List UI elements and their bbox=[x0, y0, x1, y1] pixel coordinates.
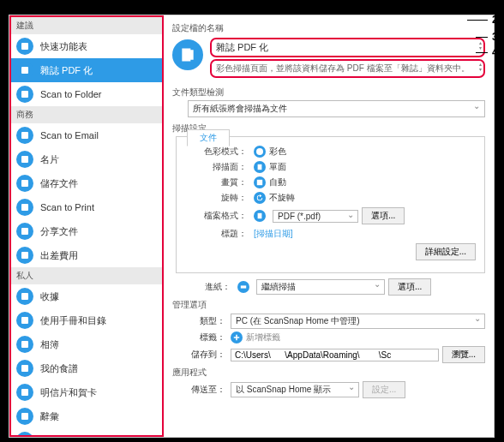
callout-line bbox=[467, 20, 488, 21]
quality-label: 畫質： bbox=[185, 176, 254, 188]
callout-line bbox=[476, 52, 488, 53]
svg-rect-0 bbox=[21, 43, 28, 50]
feed-icon bbox=[237, 281, 249, 293]
svg-rect-13 bbox=[21, 389, 28, 396]
save-label: 儲存到： bbox=[188, 349, 231, 361]
type-label: 類型： bbox=[188, 315, 231, 327]
sidebar-item-label: Scan to Email bbox=[40, 130, 99, 140]
dict-icon bbox=[16, 408, 33, 425]
svg-rect-20 bbox=[241, 285, 246, 288]
sidebar-item-label: 我的食譜 bbox=[40, 362, 78, 375]
app-label: 應用程式 bbox=[172, 367, 485, 379]
type-select[interactable]: PC (在 ScanSnap Home 中管理) bbox=[231, 314, 485, 329]
svg-rect-8 bbox=[21, 252, 28, 259]
sidebar-item[interactable]: 名片 bbox=[11, 147, 162, 171]
sidebar-section-header: 建議 bbox=[11, 17, 162, 34]
tag-label: 標籤： bbox=[188, 332, 231, 343]
svg-rect-6 bbox=[21, 204, 28, 211]
feed-select[interactable]: 繼續掃描 bbox=[256, 279, 385, 295]
sidebar-item[interactable]: 使用手冊和目錄 bbox=[11, 308, 162, 332]
profile-desc-input[interactable]: 彩色掃描頁面，並將該資料儲存為 PDF 檔案至「雜誌」資料夾中。 ▴▾ bbox=[210, 59, 485, 78]
rotate-icon bbox=[254, 192, 266, 204]
callout-3: 3 bbox=[492, 31, 498, 43]
sidebar-section-header: 商務 bbox=[11, 106, 162, 123]
sidebar-section-header: 私人 bbox=[11, 267, 162, 284]
format-label: 檔案格式： bbox=[185, 210, 254, 222]
sidebar-item[interactable]: Scan to Folder bbox=[11, 82, 162, 106]
format-options-button[interactable]: 選項... bbox=[362, 207, 405, 224]
receipt2-icon bbox=[16, 288, 33, 305]
doctype-select[interactable]: 所有紙張將會掃描為文件 bbox=[188, 100, 485, 117]
profile-section-label: 設定檔的名稱 bbox=[172, 22, 485, 34]
tab-document[interactable]: 文件 bbox=[187, 129, 230, 146]
profile-name-input[interactable]: 雜誌 PDF 化 ▴▾ bbox=[210, 38, 485, 57]
sidebar-item[interactable]: 辭彙 bbox=[11, 404, 162, 428]
sidebar-item[interactable]: 相簿 bbox=[11, 332, 162, 356]
format-select[interactable]: PDF (*.pdf) bbox=[273, 210, 358, 223]
send-settings-button: 設定... bbox=[363, 381, 405, 398]
sidebar-item[interactable]: Scan to Email bbox=[11, 123, 162, 147]
manual-icon bbox=[16, 312, 33, 329]
feed-options-button[interactable]: 選項... bbox=[388, 278, 431, 296]
sidebar-item-label: Scan to Folder bbox=[40, 89, 102, 99]
sidebar-item-label: 辭彙 bbox=[40, 410, 59, 423]
svg-rect-5 bbox=[21, 180, 28, 187]
sidebar-item[interactable]: 儲存文件 bbox=[11, 171, 162, 195]
school-icon bbox=[16, 432, 33, 437]
callout-4: 4 bbox=[492, 46, 498, 58]
recipe-icon bbox=[16, 360, 33, 377]
sidebar-item-label: 名片 bbox=[40, 153, 59, 166]
sidebar-item[interactable]: 出差費用 bbox=[11, 243, 162, 267]
sidebar-item[interactable]: 明信片和賀卡 bbox=[11, 380, 162, 404]
tag-text[interactable]: 新增標籤 bbox=[246, 332, 280, 343]
postcard-icon bbox=[16, 384, 33, 401]
sidebar-item-label: Scan to Print bbox=[40, 202, 94, 212]
side-label: 掃描面： bbox=[185, 161, 254, 173]
sidebar-item-label: 學校講義 bbox=[40, 434, 78, 438]
mail-icon bbox=[16, 127, 33, 144]
menu-icon bbox=[16, 38, 33, 55]
sidebar-item[interactable]: 雜誌 PDF 化 bbox=[11, 58, 162, 82]
doctype-label: 文件類型檢測 bbox=[172, 87, 485, 99]
plus-icon[interactable] bbox=[231, 332, 243, 343]
title-link[interactable]: [掃描日期] bbox=[254, 228, 293, 240]
sidebar-item[interactable]: 學校講義 bbox=[11, 428, 162, 437]
svg-rect-9 bbox=[21, 293, 28, 300]
browse-button[interactable]: 瀏覽... bbox=[442, 346, 485, 363]
svg-rect-2 bbox=[21, 91, 28, 98]
callout-line bbox=[92, 0, 93, 15]
svg-rect-12 bbox=[21, 365, 28, 372]
profile-desc-text: 彩色掃描頁面，並將該資料儲存為 PDF 檔案至「雜誌」資料夾中。 bbox=[216, 63, 470, 73]
color-label: 色彩模式： bbox=[185, 146, 254, 158]
sidebar-item[interactable]: 我的食譜 bbox=[11, 356, 162, 380]
svg-rect-7 bbox=[21, 228, 28, 235]
svg-rect-19 bbox=[258, 213, 262, 218]
svg-rect-10 bbox=[21, 317, 28, 324]
album-icon bbox=[16, 336, 33, 353]
profile-name-text: 雜誌 PDF 化 bbox=[216, 42, 268, 52]
sidebar-item[interactable]: 快速功能表 bbox=[11, 34, 162, 58]
sidebar-item-label: 快速功能表 bbox=[40, 40, 87, 53]
sidebar-item-label: 分享文件 bbox=[40, 225, 78, 238]
sidebar-item[interactable]: 收據 bbox=[11, 284, 162, 308]
feed-label: 進紙： bbox=[176, 281, 237, 293]
send-select[interactable]: 以 ScanSnap Home 顯示 bbox=[231, 382, 359, 397]
card-icon bbox=[16, 151, 33, 168]
sidebar: 建議快速功能表雜誌 PDF 化Scan to Folder商務Scan to E… bbox=[9, 15, 164, 437]
share-icon bbox=[16, 223, 33, 240]
main-panel: 設定檔的名稱 雜誌 PDF 化 ▴▾ 彩色掃描頁面，並將該資料儲存為 PDF 檔… bbox=[164, 15, 494, 437]
detail-button[interactable]: 詳細設定... bbox=[416, 243, 476, 260]
callout-line bbox=[92, 0, 488, 1]
sidebar-item-label: 收據 bbox=[40, 290, 59, 303]
svg-rect-11 bbox=[21, 341, 28, 348]
save-path-input[interactable] bbox=[231, 349, 439, 361]
sidebar-item[interactable]: Scan to Print bbox=[11, 195, 162, 219]
stepper-icon[interactable]: ▴▾ bbox=[479, 62, 482, 72]
callout-line bbox=[476, 37, 488, 38]
stepper-icon[interactable]: ▴▾ bbox=[479, 40, 482, 51]
svg-point-16 bbox=[256, 148, 263, 155]
svg-rect-14 bbox=[21, 413, 28, 420]
sidebar-item-label: 儲存文件 bbox=[40, 177, 78, 190]
svg-rect-18 bbox=[257, 180, 262, 185]
sidebar-item[interactable]: 分享文件 bbox=[11, 219, 162, 243]
